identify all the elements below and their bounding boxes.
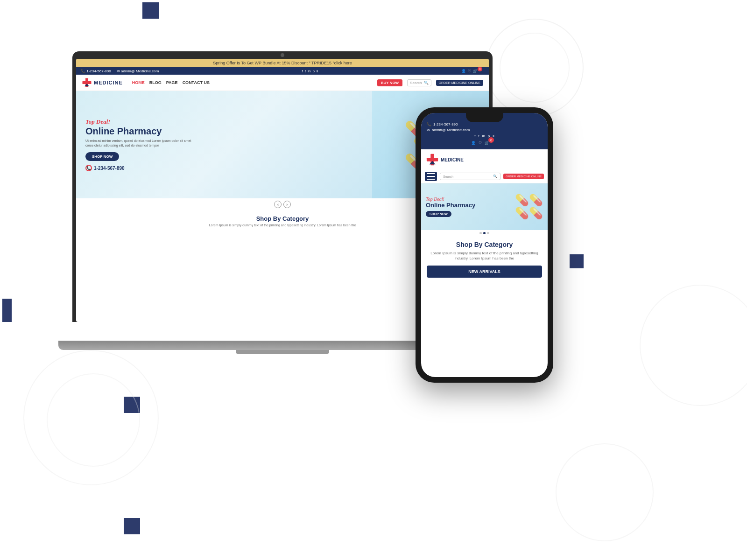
phone-hero-title: Online Pharmacy xyxy=(426,202,515,209)
deco-square-5 xyxy=(124,518,140,534)
site-navbar: MEDICINE HOME BLOG PAGE CONTACT US BUY N… xyxy=(76,75,489,91)
nav-contact[interactable]: CONTACT US xyxy=(183,80,210,85)
user-icon: 👤 xyxy=(461,69,466,73)
deco-circle-6 xyxy=(556,443,654,541)
phone-hero-image: 💊💊💊💊 xyxy=(515,194,543,220)
phone-hero-content: Top Deal! Online Pharmacy SHOP NOW xyxy=(426,196,515,217)
cart-badge: 0 xyxy=(478,67,482,71)
hero-phone: 📞 1-234-567-890 xyxy=(85,165,479,171)
buy-now-button[interactable]: BUY NOW xyxy=(377,79,403,86)
deco-square-1 xyxy=(142,2,159,19)
phone-shop-title: Shop By Category xyxy=(427,241,542,248)
deco-circle-3 xyxy=(640,285,747,406)
phone-cart-badge: 0 xyxy=(488,137,494,143)
phone-dot-2 xyxy=(483,232,486,234)
topbar-contacts: 📞 1-234-567-890 ✉ admin@ Medicine.com xyxy=(81,69,159,73)
search-icon: 🔍 xyxy=(424,81,429,85)
topbar-actions: 👤 ♡ 🛒 0 xyxy=(461,69,484,73)
heart-icon: ♡ xyxy=(468,69,471,73)
phone-order-button[interactable]: ORDER MEDICINE ONLINE xyxy=(503,174,544,179)
phone-hero-tag: Top Deal! xyxy=(426,196,515,202)
hero-description: Ut enim ad minim veniam, qused do eiusmo… xyxy=(85,139,479,148)
deco-square-3 xyxy=(2,299,12,322)
phone-dot-3 xyxy=(487,232,489,234)
hero-title: Online Pharmacy xyxy=(85,126,479,137)
search-placeholder: Search xyxy=(410,81,422,85)
logo-area: MEDICINE xyxy=(82,77,123,88)
nav-items: HOME BLOG PAGE CONTACT US xyxy=(132,80,373,85)
topbar-socials: f t in p li xyxy=(302,69,318,73)
order-medicine-button[interactable]: ORDER MEDICINE ONLINE xyxy=(436,80,483,86)
topbar-email: ✉ admin@ Medicine.com xyxy=(117,69,159,73)
banner-text: Spring Offer Is To Get WP Bundle At 15% … xyxy=(213,61,352,65)
phone-shop-now-button[interactable]: SHOP NOW xyxy=(426,211,451,217)
twitter-icon: t xyxy=(305,69,306,73)
nav-home[interactable]: HOME xyxy=(132,80,145,85)
logo-cross-icon xyxy=(82,77,92,88)
search-bar[interactable]: Search 🔍 xyxy=(407,79,431,86)
instagram-icon: in xyxy=(308,69,310,73)
cart-icon: 🛒 xyxy=(473,69,478,73)
laptop-camera xyxy=(281,53,284,57)
phone-slider-dots xyxy=(421,230,548,236)
nav-page[interactable]: PAGE xyxy=(166,80,178,85)
site-banner: Spring Offer Is To Get WP Bundle At 15% … xyxy=(76,59,489,67)
linkedin-icon: li xyxy=(317,69,318,73)
logo-text: MEDICINE xyxy=(94,80,123,85)
phone-shop-desc: Lorem Ipsum is simply dummy text of the … xyxy=(427,251,542,261)
svg-rect-1 xyxy=(82,81,91,84)
facebook-icon: f xyxy=(302,69,303,73)
phone-dot-1 xyxy=(479,232,482,234)
phone-new-arrivals-button[interactable]: NEW ARRIVALS xyxy=(427,266,542,278)
phone-search-icon: 🔍 xyxy=(493,175,497,178)
deco-circle-5 xyxy=(47,373,140,467)
phone-hero-section: Top Deal! Online Pharmacy SHOP NOW 💊💊💊💊 xyxy=(421,183,548,230)
deco-circle-2 xyxy=(500,33,570,103)
nav-blog[interactable]: BLOG xyxy=(149,80,162,85)
phone-icon: 📞 xyxy=(85,165,92,171)
pinterest-icon: p xyxy=(313,69,315,73)
phone-notch xyxy=(466,113,503,122)
hero-tag: Top Deal! xyxy=(85,118,479,126)
site-topbar: 📞 1-234-567-890 ✉ admin@ Medicine.com f … xyxy=(76,67,489,75)
laptop-foot xyxy=(236,350,329,354)
scene: Spring Offer Is To Get WP Bundle At 15% … xyxy=(0,0,747,560)
phone-shop-section: Shop By Category Lorem Ipsum is simply d… xyxy=(421,236,548,287)
topbar-phone: 📞 1-234-567-890 xyxy=(81,69,111,73)
hero-content: Top Deal! Online Pharmacy Ut enim ad min… xyxy=(76,111,489,179)
slider-next[interactable]: > xyxy=(283,201,291,208)
slider-prev[interactable]: < xyxy=(274,201,282,208)
deco-square-2 xyxy=(570,254,584,268)
shop-now-button[interactable]: SHOP NOW xyxy=(85,152,119,161)
